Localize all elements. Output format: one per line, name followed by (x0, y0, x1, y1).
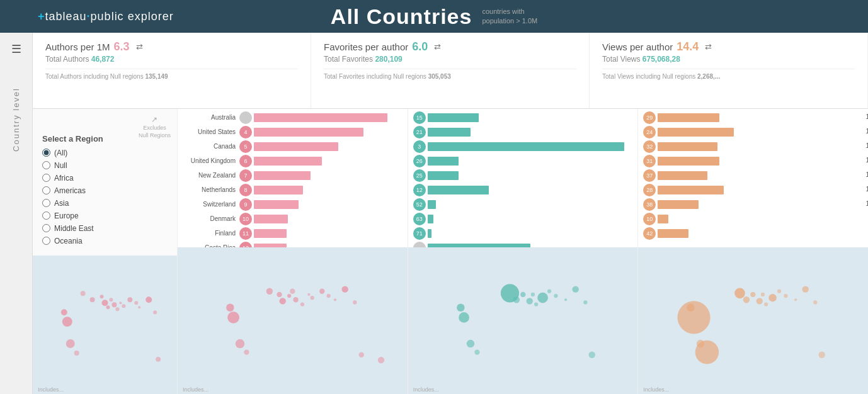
svg-point-73 (802, 286, 809, 292)
region-option-asia[interactable]: Asia (42, 199, 168, 208)
sidebar: ☰ Country level (0, 33, 33, 394)
svg-point-34 (327, 294, 331, 298)
authors-bars: Australia 72.4 United States 4 59.6 (178, 109, 408, 247)
svg-point-12 (127, 297, 132, 302)
svg-point-44 (459, 312, 469, 323)
table-row: 37 12,491 (643, 169, 863, 182)
table-row: 52 1.0 (413, 198, 633, 211)
table-row: Finland 11 17.9 (183, 227, 403, 240)
svg-point-66 (757, 298, 763, 304)
map3-includes-note: Includes... (413, 386, 439, 393)
svg-point-41 (378, 357, 384, 363)
region-option-americas[interactable]: Americas (42, 186, 168, 195)
svg-rect-42 (408, 249, 638, 393)
table-row: 28 16,735 (643, 184, 863, 196)
logo: +tableau·public explorer (38, 10, 174, 23)
svg-point-3 (90, 297, 95, 302)
stat-panel-views: Views per author 14.4 ⇄ Total Views 675,… (590, 33, 868, 108)
svg-point-63 (735, 288, 746, 298)
svg-point-18 (74, 351, 79, 356)
region-option-oceania[interactable]: Oceania (42, 237, 168, 245)
svg-point-20 (81, 291, 86, 296)
authors-filter-icon[interactable]: ⇄ (136, 42, 143, 52)
table-row: Australia 72.4 (183, 111, 403, 124)
region-option-all[interactable]: (All) (42, 149, 168, 157)
svg-point-16 (153, 310, 157, 314)
svg-point-67 (761, 293, 765, 296)
svg-point-59 (588, 351, 595, 357)
map-svg-views (638, 247, 868, 394)
svg-point-10 (119, 301, 122, 304)
authors-null: Total Authors including Null regions 135… (45, 69, 298, 80)
svg-point-69 (769, 294, 777, 302)
svg-point-38 (236, 339, 245, 349)
favorites-panel: 15 6.1 21 5.2 3 (408, 109, 639, 394)
stat-panel-favorites: Favorites per author 6.0 ⇄ Total Favorit… (311, 33, 590, 108)
hamburger-icon[interactable]: ☰ (11, 42, 21, 56)
table-row: 3 24.0 (413, 140, 633, 153)
favorites-bars: 15 6.1 21 5.2 3 (408, 109, 638, 247)
table-row: 12.4 (413, 242, 633, 247)
table-row: 38 10,348 (643, 198, 863, 211)
map-includes-note: Includes... (38, 386, 64, 393)
excludes-note: ↗ExcludesNull Regions (139, 115, 171, 140)
svg-point-71 (784, 294, 788, 298)
stats-row: Authors per 1M 6.3 ⇄ Total Authors 46,87… (33, 33, 868, 109)
stat-panel-authors: Authors per 1M 6.3 ⇄ Total Authors 46,87… (33, 33, 311, 108)
svg-point-56 (583, 300, 587, 304)
map-favorites-bottom: Includes... (408, 247, 638, 394)
svg-point-23 (227, 312, 239, 324)
svg-point-9 (115, 307, 119, 311)
views-value: 14.4 (677, 40, 699, 53)
favorites-value: 6.0 (412, 40, 428, 53)
region-option-null[interactable]: Null (42, 161, 168, 170)
svg-point-17 (66, 339, 75, 348)
views-title: Views per author (602, 42, 673, 52)
svg-point-55 (572, 286, 578, 292)
left-panel: ↗ExcludesNull Regions Select a Region (A… (33, 109, 178, 394)
svg-point-48 (526, 298, 532, 304)
authors-value: 6.3 (114, 40, 130, 53)
table-row: 21 5.2 (413, 126, 633, 138)
svg-point-49 (531, 293, 535, 296)
table-row: 71 0.6 (413, 227, 633, 240)
subtitle: countries with population > 1.0M (482, 7, 537, 26)
svg-point-36 (341, 286, 348, 292)
svg-rect-0 (33, 262, 177, 387)
map-views-bottom: Includes... (638, 247, 868, 394)
views-filter-icon[interactable]: ⇄ (705, 42, 712, 52)
table-row: United Kingdom 6 36.7 (183, 155, 403, 167)
svg-point-28 (290, 288, 295, 293)
region-option-africa[interactable]: Africa (42, 174, 168, 183)
svg-point-64 (743, 296, 750, 303)
region-option-europe[interactable]: Europe (42, 211, 168, 220)
svg-point-33 (319, 288, 324, 293)
svg-point-51 (537, 293, 548, 303)
svg-point-54 (564, 298, 567, 301)
svg-point-70 (777, 289, 781, 293)
favorites-total: Total Favorites 280,109 (324, 55, 576, 64)
table-row: Netherlands 8 26.8 (183, 184, 403, 196)
svg-point-65 (751, 292, 756, 297)
region-selector: ↗ExcludesNull Regions Select a Region (A… (33, 109, 178, 256)
svg-point-1 (61, 309, 67, 315)
authors-total: Total Authors 46,872 (45, 55, 298, 64)
table-row: Denmark 10 18.3 (183, 213, 403, 225)
map4-includes-note: Includes... (643, 386, 669, 393)
content-area: Authors per 1M 6.3 ⇄ Total Authors 46,87… (33, 33, 868, 394)
region-option-middleeast[interactable]: Middle East (42, 224, 168, 233)
svg-point-8 (111, 302, 117, 307)
svg-point-27 (287, 294, 291, 298)
favorites-null: Total Favorites including Null regions 3… (324, 69, 576, 80)
svg-point-57 (466, 340, 474, 348)
svg-point-25 (277, 292, 282, 297)
page-title: All Countries (331, 4, 472, 29)
authors-panel: Australia 72.4 United States 4 59.6 (178, 109, 408, 394)
table-row: 31 15,543 (643, 155, 863, 167)
table-row: New Zealand 7 30.9 (183, 169, 403, 182)
svg-point-52 (547, 289, 551, 293)
views-bars: 29 16,057 24 19,386 32 (638, 109, 868, 247)
views-null: Total Views including Null regions 2,268… (602, 69, 855, 80)
favorites-filter-icon[interactable]: ⇄ (434, 42, 441, 52)
table-row: United States 4 59.6 (183, 126, 403, 138)
